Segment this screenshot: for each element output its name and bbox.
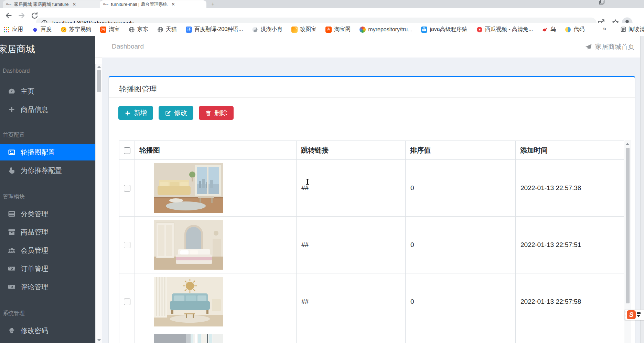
sidebar-item-comments[interactable]: 评论管理 [0, 279, 95, 295]
sogou-input-widget[interactable]: S [625, 310, 644, 320]
select-all-checkbox[interactable] [124, 147, 130, 154]
bookmarks-overflow-chevron[interactable]: » [603, 25, 607, 32]
edit-icon [165, 110, 171, 116]
bookmark-bird[interactable]: 鸟 [542, 26, 556, 33]
tab-close-icon[interactable]: ✕ [73, 2, 76, 7]
bookmark-java[interactable]: java高级程序猿 [421, 26, 467, 33]
bookmark-taobao-net[interactable]: 淘 淘宝网 [325, 26, 351, 33]
sidebar-item-label: 订单管理 [21, 264, 48, 273]
bookmark-myrepository[interactable]: myrepository/tru... [359, 27, 412, 33]
bookmarks-bar: 应用 百度 苏宁易购 淘 淘宝 京东 天猫 [0, 23, 644, 37]
reading-list-button[interactable]: 阅读清单 [616, 23, 644, 36]
money-bill-icon [8, 264, 16, 273]
add-button[interactable]: 新增 [118, 106, 153, 120]
bookmark-tmall[interactable]: 天猫 [157, 26, 177, 33]
bookmark-suning[interactable]: 苏宁易购 [61, 26, 91, 33]
window-restore-icon[interactable] [599, 1, 603, 4]
column-header-sort: 排序值 [406, 141, 516, 160]
cell-added: 2022-01-13 22:57:58 [516, 273, 624, 330]
sidebar-item-label: 评论管理 [21, 282, 48, 292]
cell-sort [406, 330, 516, 343]
sidebar-item-product[interactable]: 商品管理 [0, 224, 95, 240]
baidu-paw-icon [32, 27, 38, 33]
sidebar-item-label: 商品管理 [21, 228, 48, 237]
row-checkbox[interactable] [124, 299, 130, 305]
cell-link: ## [297, 273, 406, 330]
play-circle-icon [476, 27, 483, 33]
sidebar-item-recommend-config[interactable]: 为你推荐配置 [0, 162, 95, 179]
tab-close-icon[interactable]: ✕ [171, 2, 175, 7]
bookmark-code[interactable]: 代码 [565, 26, 584, 33]
page-topbar: Dashboard 家居商城首页 [95, 36, 641, 58]
sidebar-item-members[interactable]: 会员管理 [0, 242, 95, 259]
swirl-icon [252, 27, 258, 33]
user-secret-icon [8, 326, 16, 335]
tab-title: 家居商城 家居商城 furniture [14, 1, 69, 8]
table-row [119, 330, 624, 343]
scroll-up-arrow[interactable] [626, 143, 629, 145]
sidebar-heading-home-config: 首页配置 [3, 132, 25, 139]
money-bill-icon [8, 283, 16, 291]
sidebar-scrollbar[interactable] [95, 64, 103, 343]
table-row: ## 0 2022-01-13 22:57:38 [119, 160, 624, 217]
sidebar-item-home[interactable]: 主页 [0, 83, 95, 100]
sidebar-item-carousel-config[interactable]: 轮播图配置 [0, 144, 95, 160]
divider [109, 97, 635, 98]
tab-admin-system[interactable]: Bee furniture-mall | 后台管理系统 ✕ [100, 0, 206, 8]
red-bird-icon [542, 27, 548, 33]
back-icon[interactable] [4, 11, 13, 20]
divider [0, 61, 95, 61]
taobao-icon: 淘 [100, 27, 106, 33]
store-home-link[interactable]: 家居商城首页 [585, 42, 634, 51]
forward-icon[interactable] [17, 11, 26, 20]
reading-list-icon [620, 26, 626, 32]
edit-button[interactable]: 修改 [159, 106, 193, 120]
content-area: 轮播图管理 新增 修改 删除 [102, 58, 641, 343]
sidebar-brand[interactable]: 家居商城 [0, 43, 35, 55]
carousel-table: 轮播图 跳转链接 排序值 添加时间 ## 0 2022-01-13 22:57:… [119, 141, 624, 343]
image-icon [8, 148, 16, 156]
hand-point-icon [8, 166, 16, 175]
cell-link: ## [297, 217, 406, 273]
cell-added: 2022-01-13 22:57:38 [516, 160, 624, 217]
page-scrollbar[interactable] [640, 36, 644, 343]
input-method-toolbar-icon[interactable] [637, 312, 641, 317]
bookmark-xigua[interactable]: 西瓜视频 - 高清免... [476, 26, 533, 33]
sidebar-item-label: 商品信息 [21, 105, 48, 114]
row-checkbox[interactable] [124, 242, 130, 248]
column-header-added: 添加时间 [516, 141, 624, 160]
page-title: Dashboard [112, 43, 144, 50]
users-icon [8, 246, 16, 254]
delete-button[interactable]: 删除 [199, 106, 234, 120]
scroll-up-arrow[interactable] [97, 66, 101, 68]
sidebar-item-orders[interactable]: 订单管理 [0, 260, 95, 277]
row-checkbox[interactable] [124, 185, 130, 191]
sidebar-item-product-info[interactable]: 商品信息 [0, 101, 95, 118]
plus-icon [125, 110, 131, 116]
bookmark-apps[interactable]: 应用 [3, 26, 23, 33]
sidebar: 家居商城 Dashboard 主页 商品信息 首页配置 轮播图配置 为你推荐配置… [0, 36, 95, 343]
sidebar-item-label: 修改密码 [21, 326, 48, 335]
tab-furniture-store[interactable]: Bee 家居商城 家居商城 furniture ✕ [3, 0, 103, 8]
card-title: 轮播图管理 [119, 84, 157, 94]
sidebar-heading-manage: 管理模块 [3, 193, 25, 200]
bookmark-gaitubao[interactable]: 改图宝 [291, 26, 316, 33]
bookmark-jd[interactable]: 京东 [129, 26, 148, 33]
cell-link [297, 330, 406, 343]
bookmark-baidu-translate[interactable]: 译 百度翻译-200种语... [186, 26, 243, 33]
bookmark-baidu[interactable]: 百度 [32, 26, 52, 33]
bookmark-taobao[interactable]: 淘 淘宝 [100, 26, 120, 33]
scroll-down-arrow[interactable] [97, 339, 101, 341]
cell-added: 2022-01-13 22:57:51 [516, 217, 624, 273]
sidebar-item-category[interactable]: 分类管理 [0, 206, 95, 222]
plus-icon [8, 105, 16, 114]
paper-plane-icon [585, 43, 592, 51]
sidebar-item-label: 为你推荐配置 [21, 166, 62, 175]
sidebar-item-label: 主页 [21, 87, 34, 96]
new-tab-button[interactable]: + [209, 1, 217, 8]
scrollbar-thumb[interactable] [626, 148, 630, 303]
two-tone-circle-icon [565, 27, 571, 33]
scrollbar-thumb[interactable] [97, 70, 101, 92]
bookmark-honghu[interactable]: 洪湖小肖 [252, 26, 282, 33]
sidebar-item-change-password[interactable]: 修改密码 [0, 322, 95, 339]
